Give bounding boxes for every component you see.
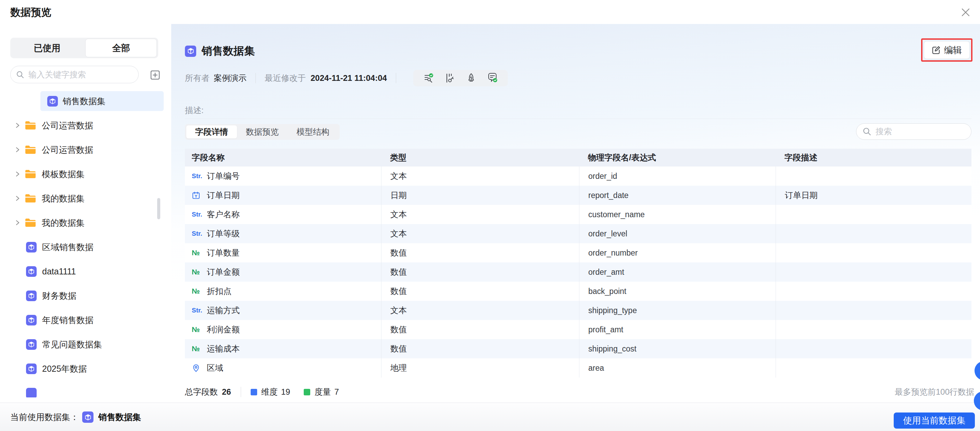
tree-item-sales-dataset[interactable]: 销售数据集 [40,91,164,111]
sidebar-search-input[interactable] [28,70,129,80]
tree-dataset-item[interactable]: 2025年数据 [0,359,171,378]
lineage-icon[interactable] [443,71,457,85]
add-dataset-icon[interactable] [149,69,161,81]
close-icon[interactable] [959,6,972,19]
rocket-icon[interactable] [464,71,478,85]
tree-folder[interactable]: 我的数据集 [0,188,171,208]
tree-folder-label: 我的数据集 [42,217,84,228]
tree-dataset-item[interactable]: 常见问题数据集 [0,334,171,354]
text-field-icon: Str. [192,230,207,238]
chevron-right-icon[interactable] [12,195,22,201]
dataset-detail-panel: 销售数据集 所有者 案例演示 最近修改于 2024-11-21 11:04:04 [171,24,980,402]
tree-folder[interactable]: 公司运营数据 [0,115,171,135]
field-desc [776,282,971,301]
field-type: 日期 [381,186,579,205]
field-physical: back_point [579,282,776,301]
table-row: Str.订单等级 文本 order_level [185,224,971,243]
number-field-icon: № [192,287,207,295]
modified-time: 2024-11-21 11:04:04 [310,73,387,83]
edit-pencil-icon [932,46,940,54]
tree-dataset-label: 常见问题数据集 [42,339,102,350]
edit-button-label: 编辑 [944,44,962,56]
field-name: 运输方式 [207,305,240,316]
field-name: 折扣点 [207,286,231,297]
chevron-right-icon[interactable] [12,171,22,177]
measure-color-swatch [304,389,310,395]
tree-folder-label: 公司运营数据 [42,144,93,156]
field-name: 订单数量 [207,247,240,258]
field-desc: 订单日期 [776,186,971,205]
folder-icon [25,169,36,179]
field-type: 数值 [381,262,579,282]
dimension-count: 19 [281,387,290,397]
field-type: 文本 [381,205,579,224]
chevron-right-icon[interactable] [12,122,22,128]
field-search-input[interactable] [875,126,962,137]
date-field-icon [192,191,207,200]
tree-dataset-item[interactable]: 年度销售数据 [0,310,171,330]
sidebar-scrollbar[interactable] [157,198,160,219]
tree-folder[interactable]: 模板数据集 [0,164,171,184]
total-fields-label: 总字段数 [185,386,218,397]
footer-bar: 当前使用数据集： 销售数据集 使用当前数据集 [0,402,980,431]
comment-check-icon[interactable] [485,71,499,85]
sidebar-search[interactable] [10,66,139,83]
field-check-icon[interactable] [422,71,436,85]
owner-value: 案例演示 [214,73,247,84]
detail-tabs: 字段详情 数据预览 模型结构 [185,124,340,140]
table-row: 订单日期 日期 report_date 订单日期 [185,186,971,205]
field-name: 运输成本 [207,343,240,354]
number-field-icon: № [192,249,207,257]
dataset-title-row: 销售数据集 [185,44,255,58]
field-desc [776,205,971,224]
field-type: 数值 [381,339,579,358]
text-field-icon: Str. [192,211,207,218]
field-table: 字段名称 类型 物理字段名/表达式 字段描述 Str.订单编号 文本 order… [185,149,971,378]
tab-used[interactable]: 已使用 [12,39,83,57]
preview-limit-note: 最多预览前100行数据 [895,386,974,397]
table-row: №订单金额 数值 order_amt [185,262,971,282]
dimension-color-swatch [251,389,257,395]
tree-dataset-label: 年度销售数据 [42,314,94,326]
dataset-cube-icon [26,266,37,277]
tab-all[interactable]: 全部 [85,39,157,57]
tree-folder[interactable]: 我的数据集 [0,213,171,233]
field-type: 文本 [381,301,579,320]
measure-label: 度量 [314,386,331,397]
tree-item-truncated[interactable] [0,383,171,397]
table-row: 区域 地理 area [185,358,971,378]
chevron-right-icon[interactable] [12,220,22,226]
chevron-right-icon[interactable] [12,147,22,153]
field-desc [776,243,971,262]
field-summary-bar: 总字段数 26 维度19 度量7 [185,385,353,399]
field-name: 订单编号 [207,171,240,182]
tree-item-label: 销售数据集 [63,96,105,107]
tree-folder-label: 模板数据集 [42,169,84,180]
tree-dataset-item[interactable]: 区域销售数据 [0,237,171,257]
field-physical: customer_name [579,205,776,224]
field-physical: profit_amt [579,320,776,339]
edit-button[interactable]: 编辑 [924,41,970,59]
total-fields-count: 26 [222,387,231,397]
dataset-tree: 销售数据集 公司运营数据 公司运营数据 模板数据集 我的数据集 [0,91,171,397]
field-desc [776,358,971,378]
field-physical: order_amt [579,262,776,282]
number-field-icon: № [192,268,207,276]
tab-data-preview[interactable]: 数据预览 [237,125,288,139]
dataset-cube-icon [26,339,37,350]
tree-dataset-item[interactable]: data1111 [0,262,171,281]
field-physical: area [579,358,776,378]
dataset-cube-icon [26,388,37,398]
tree-dataset-label: 财务数据 [42,290,76,302]
use-current-dataset-button[interactable]: 使用当前数据集 [894,412,975,429]
field-name: 订单日期 [207,190,240,201]
tab-field-details[interactable]: 字段详情 [186,125,237,139]
folder-icon [25,121,36,130]
field-type: 文本 [381,224,579,243]
field-search[interactable] [856,123,971,140]
tab-model-structure[interactable]: 模型结构 [288,125,338,139]
dataset-cube-icon [47,96,58,107]
tree-folder[interactable]: 公司运营数据 [0,140,171,160]
tree-dataset-item[interactable]: 财务数据 [0,286,171,306]
dialog-title: 数据预览 [10,5,51,19]
